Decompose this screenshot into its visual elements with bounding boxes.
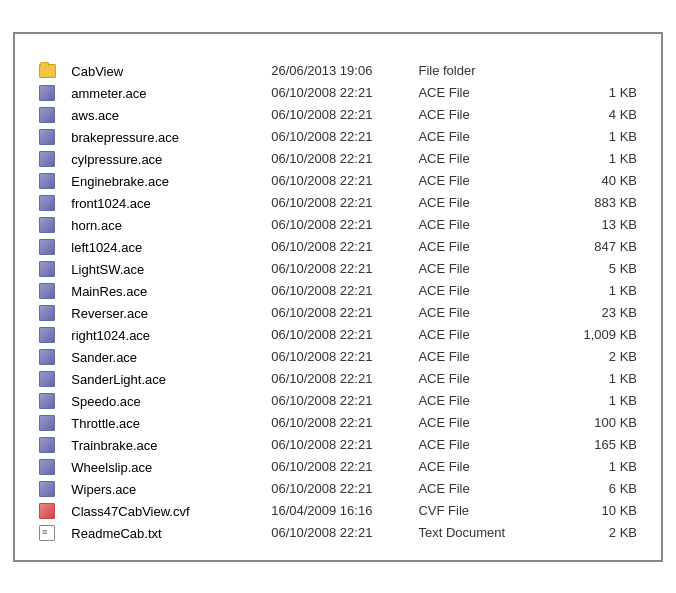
table-row[interactable]: Sander.ace 06/10/2008 22:21 ACE File 2 K… xyxy=(35,346,641,368)
file-date: 06/10/2008 22:21 xyxy=(267,236,414,258)
file-size: 1 KB xyxy=(550,280,641,302)
table-row[interactable]: cylpressure.ace 06/10/2008 22:21 ACE Fil… xyxy=(35,148,641,170)
ace-icon xyxy=(39,415,55,431)
file-name: front1024.ace xyxy=(63,192,267,214)
file-date: 06/10/2008 22:21 xyxy=(267,324,414,346)
file-type: ACE File xyxy=(414,434,550,456)
file-size: 1 KB xyxy=(550,368,641,390)
file-name: Reverser.ace xyxy=(63,302,267,324)
file-name: Wipers.ace xyxy=(63,478,267,500)
file-date: 06/10/2008 22:21 xyxy=(267,148,414,170)
file-icon-cell xyxy=(35,170,63,192)
file-icon-cell xyxy=(35,148,63,170)
table-row[interactable]: Trainbrake.ace 06/10/2008 22:21 ACE File… xyxy=(35,434,641,456)
file-name: cylpressure.ace xyxy=(63,148,267,170)
file-name: ammeter.ace xyxy=(63,82,267,104)
file-name: MainRes.ace xyxy=(63,280,267,302)
ace-icon xyxy=(39,349,55,365)
file-type: ACE File xyxy=(414,192,550,214)
file-type: ACE File xyxy=(414,302,550,324)
folder-icon xyxy=(39,64,56,78)
file-date: 06/10/2008 22:21 xyxy=(267,82,414,104)
file-size: 10 KB xyxy=(550,500,641,522)
file-date: 06/10/2008 22:21 xyxy=(267,412,414,434)
file-size: 5 KB xyxy=(550,258,641,280)
table-row[interactable]: ReadmeCab.txt 06/10/2008 22:21 Text Docu… xyxy=(35,522,641,544)
file-type: ACE File xyxy=(414,412,550,434)
file-name: CabView xyxy=(63,60,267,82)
ace-icon xyxy=(39,85,55,101)
file-icon-cell xyxy=(35,104,63,126)
file-icon-cell xyxy=(35,390,63,412)
file-type: ACE File xyxy=(414,126,550,148)
table-row[interactable]: front1024.ace 06/10/2008 22:21 ACE File … xyxy=(35,192,641,214)
ace-icon xyxy=(39,239,55,255)
file-date: 06/10/2008 22:21 xyxy=(267,434,414,456)
file-date: 06/10/2008 22:21 xyxy=(267,456,414,478)
ace-icon xyxy=(39,393,55,409)
cvf-icon xyxy=(39,503,55,519)
file-type: ACE File xyxy=(414,148,550,170)
file-name: LightSW.ace xyxy=(63,258,267,280)
table-row[interactable]: horn.ace 06/10/2008 22:21 ACE File 13 KB xyxy=(35,214,641,236)
file-name: horn.ace xyxy=(63,214,267,236)
file-name: Sander.ace xyxy=(63,346,267,368)
file-icon-cell xyxy=(35,434,63,456)
table-row[interactable]: brakepressure.ace 06/10/2008 22:21 ACE F… xyxy=(35,126,641,148)
table-row[interactable]: MainRes.ace 06/10/2008 22:21 ACE File 1 … xyxy=(35,280,641,302)
file-icon-cell xyxy=(35,82,63,104)
file-icon-cell xyxy=(35,214,63,236)
ace-icon xyxy=(39,151,55,167)
file-icon-cell xyxy=(35,346,63,368)
ace-icon xyxy=(39,305,55,321)
table-row[interactable]: Wipers.ace 06/10/2008 22:21 ACE File 6 K… xyxy=(35,478,641,500)
file-size: 1 KB xyxy=(550,148,641,170)
table-row[interactable]: aws.ace 06/10/2008 22:21 ACE File 4 KB xyxy=(35,104,641,126)
table-row[interactable]: Throttle.ace 06/10/2008 22:21 ACE File 1… xyxy=(35,412,641,434)
table-row[interactable]: ammeter.ace 06/10/2008 22:21 ACE File 1 … xyxy=(35,82,641,104)
file-name: Class47CabView.cvf xyxy=(63,500,267,522)
table-row[interactable]: CabView 26/06/2013 19:06 File folder xyxy=(35,60,641,82)
file-icon-cell xyxy=(35,280,63,302)
file-type: ACE File xyxy=(414,280,550,302)
file-type: ACE File xyxy=(414,456,550,478)
ace-icon xyxy=(39,327,55,343)
table-row[interactable]: Speedo.ace 06/10/2008 22:21 ACE File 1 K… xyxy=(35,390,641,412)
file-size: 23 KB xyxy=(550,302,641,324)
table-row[interactable]: Class47CabView.cvf 16/04/2009 16:16 CVF … xyxy=(35,500,641,522)
table-row[interactable]: Wheelslip.ace 06/10/2008 22:21 ACE File … xyxy=(35,456,641,478)
table-row[interactable]: right1024.ace 06/10/2008 22:21 ACE File … xyxy=(35,324,641,346)
file-name: Enginebrake.ace xyxy=(63,170,267,192)
file-name: left1024.ace xyxy=(63,236,267,258)
file-type: ACE File xyxy=(414,170,550,192)
file-name: Trainbrake.ace xyxy=(63,434,267,456)
file-size: 165 KB xyxy=(550,434,641,456)
file-size: 40 KB xyxy=(550,170,641,192)
ace-icon xyxy=(39,459,55,475)
file-size: 1 KB xyxy=(550,390,641,412)
table-row[interactable]: LightSW.ace 06/10/2008 22:21 ACE File 5 … xyxy=(35,258,641,280)
file-size: 2 KB xyxy=(550,522,641,544)
file-icon-cell xyxy=(35,192,63,214)
file-icon-cell xyxy=(35,456,63,478)
file-date: 06/10/2008 22:21 xyxy=(267,368,414,390)
file-type: ACE File xyxy=(414,390,550,412)
table-row[interactable]: Reverser.ace 06/10/2008 22:21 ACE File 2… xyxy=(35,302,641,324)
table-row[interactable]: left1024.ace 06/10/2008 22:21 ACE File 8… xyxy=(35,236,641,258)
file-date: 16/04/2009 16:16 xyxy=(267,500,414,522)
ace-icon xyxy=(39,217,55,233)
table-row[interactable]: Enginebrake.ace 06/10/2008 22:21 ACE Fil… xyxy=(35,170,641,192)
table-row[interactable]: SanderLight.ace 06/10/2008 22:21 ACE Fil… xyxy=(35,368,641,390)
ace-icon xyxy=(39,283,55,299)
ace-icon xyxy=(39,437,55,453)
file-icon-cell xyxy=(35,368,63,390)
file-name: right1024.ace xyxy=(63,324,267,346)
file-type: Text Document xyxy=(414,522,550,544)
file-name: ReadmeCab.txt xyxy=(63,522,267,544)
file-icon-cell xyxy=(35,126,63,148)
file-size: 1 KB xyxy=(550,126,641,148)
file-size: 100 KB xyxy=(550,412,641,434)
file-size: 883 KB xyxy=(550,192,641,214)
file-icon-cell xyxy=(35,522,63,544)
file-type: ACE File xyxy=(414,104,550,126)
